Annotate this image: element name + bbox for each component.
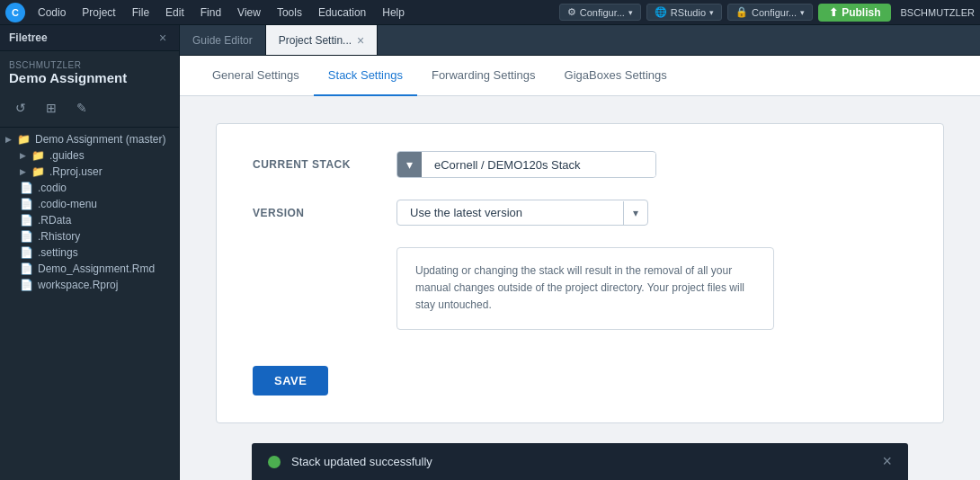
list-item[interactable]: 📄 workspace.Rproj <box>0 277 179 293</box>
app-logo: C <box>5 3 25 22</box>
sidebar-header: Filetree × <box>0 25 179 51</box>
save-button[interactable]: SAVE <box>253 366 328 396</box>
tree-label: .codio-menu <box>38 198 97 210</box>
sidebar-username: BSCHMUTZLER <box>9 60 170 70</box>
list-item[interactable]: 📄 .codio-menu <box>0 196 179 212</box>
tab-forwarding-settings[interactable]: Forwarding Settings <box>417 56 550 96</box>
chevron-down-icon-3: ▾ <box>800 8 805 17</box>
folder-arrow-icon-rproj: ▶ <box>20 167 26 176</box>
edit-button[interactable]: ✎ <box>70 96 94 120</box>
list-item[interactable]: 📄 .Rhistory <box>0 228 179 244</box>
menu-codio[interactable]: Codio <box>31 4 73 21</box>
configure-icon-1: ⚙ <box>567 6 576 18</box>
current-stack-label: CURRENT STACK <box>253 158 379 171</box>
tab-close-icon[interactable]: × <box>357 34 364 47</box>
folder-icon: 📁 <box>17 133 30 146</box>
rstudio-btn[interactable]: 🌐 RStudio ▾ <box>646 4 722 21</box>
tab-project-settings[interactable]: Project Settin... × <box>266 25 379 55</box>
content-area: Guide Editor Project Settin... × General… <box>180 25 980 480</box>
menu-edit[interactable]: Edit <box>158 4 192 21</box>
tab-stack-label: Stack Settings <box>328 68 403 82</box>
current-stack-row: CURRENT STACK ▾ eCornell / DEMO120s Stac… <box>253 151 907 178</box>
tree-label: .RData <box>38 214 71 227</box>
stack-value: eCornell / DEMO120s Stack <box>422 153 655 177</box>
toast-close-icon[interactable]: × <box>882 452 892 471</box>
settings-content: CURRENT STACK ▾ eCornell / DEMO120s Stac… <box>180 96 980 450</box>
tab-guide-editor-label: Guide Editor <box>192 34 253 47</box>
globe-icon: 🌐 <box>655 6 667 18</box>
configure-btn-1[interactable]: ⚙ Configur... ▾ <box>559 4 641 21</box>
chevron-down-icon-stack: ▾ <box>406 157 413 172</box>
tab-bar: Guide Editor Project Settin... × <box>180 25 980 56</box>
tree-label: Demo_Assignment.Rmd <box>38 262 155 275</box>
menu-education[interactable]: Education <box>311 4 373 21</box>
menu-view[interactable]: View <box>230 4 268 21</box>
publish-button[interactable]: ⬆ Publish <box>818 4 891 22</box>
close-icon[interactable]: × <box>156 31 170 45</box>
folder-arrow-icon: ▶ <box>5 135 12 144</box>
username-label: BSCHMUTZLER <box>900 7 975 18</box>
sidebar-actions: ↺ ⊞ ✎ <box>0 89 179 128</box>
menu-find[interactable]: Find <box>193 4 228 21</box>
tree-label: .Rproj.user <box>49 165 102 178</box>
tab-general-settings[interactable]: General Settings <box>198 56 314 96</box>
configure-btn-2[interactable]: 🔒 Configur... ▾ <box>727 4 813 21</box>
list-item[interactable]: 📄 .settings <box>0 244 179 261</box>
list-item[interactable]: 📄 .codio <box>0 180 179 196</box>
menu-bar: C Codio Project File Edit Find View Tool… <box>0 0 980 25</box>
list-item[interactable]: 📄 .RData <box>0 212 179 228</box>
file-icon: 📄 <box>20 262 32 275</box>
stack-input: ▾ eCornell / DEMO120s Stack <box>396 151 656 178</box>
refresh-button[interactable]: ↺ <box>9 96 32 120</box>
tree-label: .Rhistory <box>38 230 80 243</box>
chevron-down-icon: ▾ <box>628 8 633 17</box>
version-dropdown-arrow[interactable]: ▾ <box>623 201 647 225</box>
tree-label: .codio <box>38 182 67 194</box>
settings-card: CURRENT STACK ▾ eCornell / DEMO120s Stac… <box>216 123 944 423</box>
menu-tools[interactable]: Tools <box>270 4 309 21</box>
tab-forwarding-label: Forwarding Settings <box>432 68 536 82</box>
settings-tabs: General Settings Stack Settings Forwardi… <box>180 56 980 96</box>
file-icon: 📄 <box>20 279 32 291</box>
tree-label: .settings <box>38 246 78 259</box>
tab-general-label: General Settings <box>212 68 299 82</box>
tree-root-label: Demo Assignment (master) <box>35 133 165 146</box>
version-row: VERSION Use the latest version ▾ <box>253 200 907 226</box>
upload-icon: ⬆ <box>829 6 838 19</box>
version-select[interactable]: Use the latest version ▾ <box>396 200 648 226</box>
menu-help[interactable]: Help <box>375 4 412 21</box>
list-item[interactable]: 📄 Demo_Assignment.Rmd <box>0 261 179 277</box>
stack-dropdown-button[interactable]: ▾ <box>397 152 422 177</box>
settings-panel: General Settings Stack Settings Forwardi… <box>180 56 980 480</box>
folder-icon-rproj: 📁 <box>31 165 44 178</box>
tab-stack-settings[interactable]: Stack Settings <box>314 56 417 96</box>
upload-file-button[interactable]: ⊞ <box>40 96 63 120</box>
list-item[interactable]: ▶ 📁 .Rproj.user <box>0 164 179 180</box>
folder-arrow-icon-guides: ▶ <box>20 151 26 160</box>
file-icon: 📄 <box>20 182 32 194</box>
file-tree: ▶ 📁 Demo Assignment (master) ▶ 📁 .guides… <box>0 128 179 480</box>
tree-label: workspace.Rproj <box>38 279 118 291</box>
folder-icon-guides: 📁 <box>31 149 44 162</box>
toast-message: Stack updated successfully <box>291 455 871 468</box>
menu-file[interactable]: File <box>125 4 156 21</box>
tab-gigaboxes-settings[interactable]: GigaBoxes Settings <box>550 56 682 96</box>
list-item[interactable]: ▶ 📁 .guides <box>0 147 179 164</box>
save-label: SAVE <box>274 374 307 387</box>
tab-guide-editor[interactable]: Guide Editor <box>180 25 266 55</box>
toast-notification: Stack updated successfully × <box>252 443 908 480</box>
version-value: Use the latest version <box>397 200 623 225</box>
sidebar-title: Filetree <box>9 31 48 44</box>
tree-label: .guides <box>49 149 85 162</box>
version-label: VERSION <box>253 207 379 219</box>
file-icon: 📄 <box>20 198 32 210</box>
menu-project[interactable]: Project <box>75 4 122 21</box>
success-dot-icon <box>268 456 281 468</box>
sidebar-project-name: Demo Assignment <box>9 70 170 85</box>
tab-project-settings-label: Project Settin... <box>279 34 352 47</box>
tree-root-item[interactable]: ▶ 📁 Demo Assignment (master) <box>0 131 179 147</box>
chevron-down-icon-2: ▾ <box>709 8 714 17</box>
lock-icon: 🔒 <box>735 6 748 18</box>
tab-gigaboxes-label: GigaBoxes Settings <box>565 68 667 82</box>
file-icon: 📄 <box>20 246 32 259</box>
